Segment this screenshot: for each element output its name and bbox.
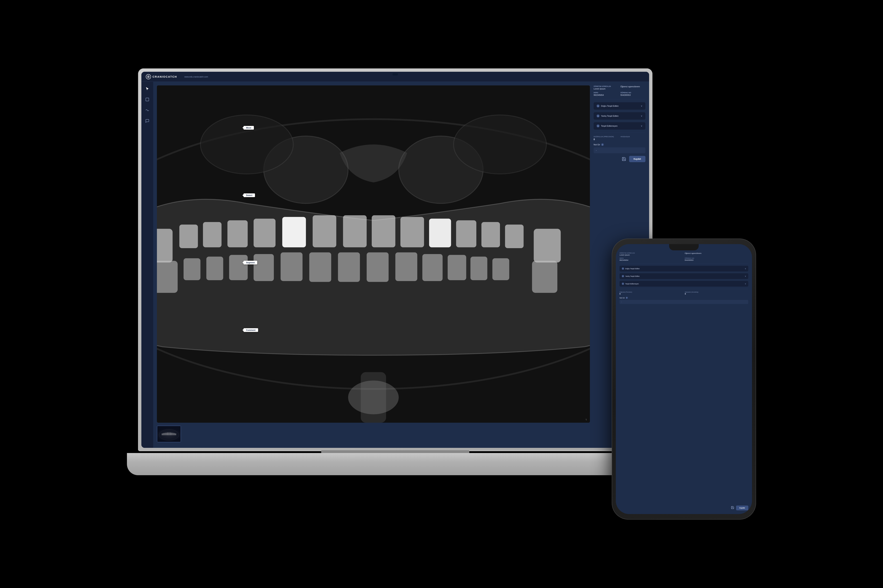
phone-accordion-wrong-dot: 1 (622, 275, 624, 278)
accordion-wrong[interactable]: 1 Yanlış Tespit Edilen ∨ (594, 112, 645, 120)
svg-point-1 (148, 76, 149, 77)
svg-rect-6 (203, 222, 221, 248)
phone-notch (669, 244, 699, 250)
svg-rect-24 (229, 255, 248, 280)
comment-tool-label[interactable]: Comment (244, 328, 258, 332)
phone: Öğretim Görevlisi Lorem Ipsum Öğrenci og… (612, 238, 756, 520)
save-button[interactable]: Kaydet (629, 156, 645, 162)
svg-rect-48 (165, 433, 167, 435)
phone-student-no-info: Öğrenci No 554265553 (684, 257, 748, 261)
svg-rect-31 (422, 254, 442, 281)
sensitivity-metric: Hassaslık (621, 136, 645, 141)
phone-sensitivity-metric: Hassaslık (Sensitivity) 0 (685, 291, 748, 295)
svg-rect-36 (532, 261, 557, 293)
svg-point-44 (159, 429, 179, 440)
note-section: Not Gir i - (594, 143, 645, 153)
accordion-missed[interactable]: 1 Tespit Edilemeyen ∨ (594, 122, 645, 130)
phone-accordion-correct-label: 1 Doğru Tespit Edilen (622, 267, 640, 270)
svg-rect-35 (157, 261, 178, 293)
phone-accordion-missed-label: 1 Tespit Edilemeyen (622, 282, 639, 285)
precision-value: 0 (594, 138, 618, 141)
phone-accordion-correct-chevron: ∨ (745, 267, 746, 270)
svg-rect-19 (534, 229, 561, 262)
svg-rect-2 (146, 98, 149, 101)
laptop: CRANIOCATCH www.edu.craniocatch.com (127, 68, 663, 475)
detect-tool-label[interactable]: Detect (244, 194, 255, 197)
phone-save-button[interactable]: Kaydet (736, 506, 748, 510)
svg-rect-32 (448, 255, 466, 280)
svg-rect-12 (372, 215, 396, 247)
svg-rect-51 (170, 432, 171, 435)
sidebar-segment-tool[interactable] (144, 107, 150, 114)
svg-rect-55 (175, 434, 176, 435)
sidebar-rectangle-tool[interactable] (144, 96, 150, 103)
sidebar-comment-tool[interactable] (144, 118, 150, 124)
metrics-row: Doğruluk (Precision) 0 Hassaslık (594, 136, 645, 141)
svg-rect-18 (157, 229, 173, 262)
svg-point-42 (454, 115, 546, 174)
svg-rect-38 (361, 372, 386, 423)
phone-accordion-wrong[interactable]: 1 Yanlış Tespit Edilen ∨ (620, 273, 748, 279)
sensitivity-label: Hassaslık (621, 136, 645, 138)
phone-student-info: Öğrenci ogrencilorem (684, 252, 748, 256)
note-input[interactable]: - (594, 147, 645, 153)
phone-course-info: Ders 992345654 (620, 257, 683, 261)
phone-student-value: Öğrenci ogrencilorem (684, 252, 748, 254)
phone-teacher-info: Öğretim Görevlisi Lorem Ipsum (620, 252, 683, 256)
app-content: Move Detect Segment Comment L (141, 82, 649, 448)
phone-accordion-correct[interactable]: 1 Doğru Tespit Edilen ∨ (620, 266, 748, 272)
svg-rect-13 (400, 217, 424, 247)
svg-rect-53 (173, 433, 174, 435)
phone-accordion-missed-dot: 1 (622, 282, 624, 285)
accordion-correct-label: 1 Doğru Tespit Edilen (597, 105, 618, 107)
phone-ui: Öğretim Görevlisi Lorem Ipsum Öğrenci og… (616, 244, 752, 514)
phone-divider-1 (620, 263, 748, 264)
svg-rect-17 (505, 225, 523, 248)
svg-rect-22 (184, 258, 200, 280)
accordion-missed-label: 1 Tespit Edilemeyen (597, 124, 617, 128)
phone-screen-area: Öğretim Görevlisi Lorem Ipsum Öğrenci og… (616, 244, 752, 514)
divider-1 (594, 99, 645, 99)
phone-note-text: Not Gir (620, 297, 625, 299)
note-dash: - (596, 149, 597, 152)
svg-rect-25 (254, 254, 274, 281)
xray-viewer[interactable]: Move Detect Segment Comment L (157, 86, 590, 423)
accordion-wrong-chevron: ∨ (641, 115, 642, 117)
thumbnail-1[interactable] (157, 426, 181, 442)
thumbnail-row (157, 426, 590, 444)
move-tool-label[interactable]: Move (244, 126, 254, 130)
svg-rect-46 (163, 433, 164, 435)
phone-info-grid: Öğretim Görevlisi Lorem Ipsum Öğrenci og… (620, 252, 748, 261)
precision-label: Doğruluk (Precision) (594, 136, 618, 138)
student-no-info: Öğrenci No 554265553 (620, 92, 645, 96)
patient-info-grid: Öğretim Görevlisi Lorem Ipsum Öğrenci og… (594, 86, 645, 96)
student-info: Öğrenci ogrencilorem (620, 86, 645, 90)
phone-note-input[interactable]: - (620, 300, 748, 304)
phone-student-no-label: Öğrenci No (684, 257, 748, 259)
phone-accordion-missed[interactable]: 1 Tespit Edilemeyen ∨ (620, 281, 748, 286)
svg-rect-49 (167, 432, 168, 435)
accordion-correct[interactable]: 1 Doğru Tespit Edilen ∨ (594, 102, 645, 110)
phone-save-row: Kaydet (620, 506, 748, 510)
accordion-wrong-label: 1 Yanlış Tespit Edilen (597, 114, 618, 117)
save-icon[interactable] (621, 156, 627, 162)
segment-tool-label[interactable]: Segment (244, 261, 257, 264)
phone-save-icon[interactable] (731, 506, 734, 510)
phone-accordion-wrong-label: 1 Yanlış Tespit Edilen (622, 275, 640, 278)
logo-icon (146, 74, 151, 80)
laptop-notch (393, 73, 398, 75)
laptop-lid: CRANIOCATCH www.edu.craniocatch.com (138, 68, 653, 451)
student-no-label: Öğrenci No (620, 92, 645, 93)
phone-precision-value: 0 (620, 293, 683, 295)
phone-student-no-value: 554265553 (684, 259, 748, 261)
note-label-text: Not Gir (594, 144, 600, 146)
note-info-icon: i (601, 143, 604, 146)
app-url: www.edu.craniocatch.com (185, 76, 208, 78)
sidebar-cursor-tool[interactable] (144, 86, 150, 92)
svg-rect-23 (206, 256, 223, 280)
svg-rect-11 (343, 215, 367, 247)
phone-course-value: 992345654 (620, 259, 683, 261)
svg-rect-8 (254, 219, 275, 247)
accordion-wrong-dot: 1 (597, 114, 600, 117)
teacher-info: Öğretim Görevlisi Lorem Ipsum (594, 86, 618, 90)
